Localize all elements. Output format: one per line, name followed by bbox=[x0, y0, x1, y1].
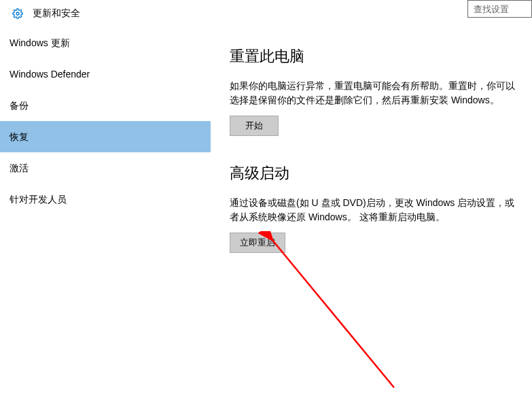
advanced-title: 高级启动 bbox=[230, 163, 518, 184]
reset-start-button[interactable]: 开始 bbox=[230, 116, 279, 136]
sidebar-item-label: 备份 bbox=[10, 100, 29, 111]
sidebar-item-recovery[interactable]: 恢复 bbox=[0, 121, 211, 152]
sidebar-item-label: 针对开发人员 bbox=[10, 194, 67, 205]
sidebar-item-for-developers[interactable]: 针对开发人员 bbox=[0, 184, 211, 215]
content-pane: 重置此电脑 如果你的电脑运行异常，重置电脑可能会有所帮助。重置时，你可以选择是保… bbox=[211, 27, 532, 393]
reset-title: 重置此电脑 bbox=[230, 46, 518, 67]
reset-description: 如果你的电脑运行异常，重置电脑可能会有所帮助。重置时，你可以选择是保留你的文件还… bbox=[230, 79, 518, 107]
svg-point-0 bbox=[16, 12, 19, 15]
body-wrap: Windows 更新 Windows Defender 备份 恢复 激活 针对开… bbox=[0, 27, 532, 393]
sidebar-item-label: 恢复 bbox=[10, 131, 29, 142]
restart-now-button[interactable]: 立即重启 bbox=[230, 233, 285, 253]
header: 更新和安全 查找设置 bbox=[0, 0, 532, 27]
sidebar-item-label: Windows Defender bbox=[10, 69, 90, 80]
reset-section: 重置此电脑 如果你的电脑运行异常，重置电脑可能会有所帮助。重置时，你可以选择是保… bbox=[230, 46, 518, 136]
sidebar-item-activation[interactable]: 激活 bbox=[0, 152, 211, 184]
advanced-startup-section: 高级启动 通过设备或磁盘(如 U 盘或 DVD)启动，更改 Windows 启动… bbox=[230, 163, 518, 253]
sidebar-item-windows-defender[interactable]: Windows Defender bbox=[0, 58, 211, 90]
search-input[interactable]: 查找设置 bbox=[467, 0, 532, 18]
sidebar: Windows 更新 Windows Defender 备份 恢复 激活 针对开… bbox=[0, 27, 211, 393]
sidebar-item-label: 激活 bbox=[10, 163, 29, 173]
sidebar-item-backup[interactable]: 备份 bbox=[0, 90, 211, 121]
page-title: 更新和安全 bbox=[33, 7, 80, 20]
advanced-description: 通过设备或磁盘(如 U 盘或 DVD)启动，更改 Windows 启动设置，或者… bbox=[230, 196, 518, 224]
gear-icon bbox=[12, 8, 23, 19]
sidebar-item-windows-update[interactable]: Windows 更新 bbox=[0, 27, 211, 58]
sidebar-item-label: Windows 更新 bbox=[10, 37, 70, 48]
